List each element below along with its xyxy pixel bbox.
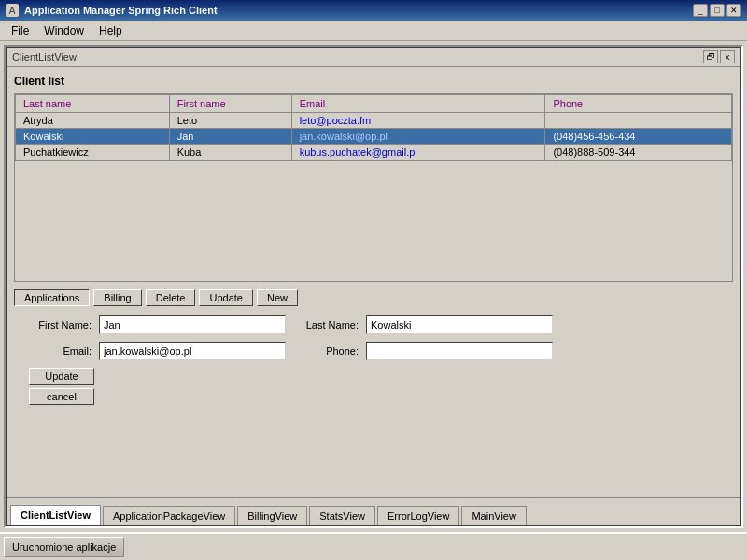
applications-button[interactable]: Applications xyxy=(14,289,90,306)
bottom-tabs: ClientListViewApplicationPackageViewBill… xyxy=(7,497,740,525)
close-button[interactable]: ✕ xyxy=(726,4,741,17)
inner-close-button[interactable]: x xyxy=(720,50,735,63)
last-name-label: Last Name: xyxy=(293,319,359,330)
col-firstname: First name xyxy=(169,95,291,113)
cell-email: jan.kowalski@op.pl xyxy=(291,129,545,145)
col-phone: Phone xyxy=(545,95,732,113)
tab-mainview[interactable]: MainView xyxy=(461,506,527,525)
table-scroll-area[interactable]: Last name First name Email Phone Atryda … xyxy=(15,94,732,281)
main-area: ClientListView 🗗 x Client list Last na xyxy=(0,41,747,532)
minimize-button[interactable]: _ xyxy=(693,4,708,17)
menu-file[interactable]: File xyxy=(4,22,36,39)
action-buttons: Applications Billing Delete Update New xyxy=(14,289,733,306)
inner-title-controls: 🗗 x xyxy=(703,50,735,63)
form-row-contact: Email: Phone: xyxy=(21,342,726,360)
cell-email: kubus.puchatek@gmail.pl xyxy=(291,145,545,161)
window-controls: _ □ ✕ xyxy=(693,4,741,17)
form-actions: Update cancel xyxy=(29,368,726,405)
cell-firstname: Kuba xyxy=(169,145,291,161)
cancel-button[interactable]: cancel xyxy=(29,388,94,405)
first-name-label: First Name: xyxy=(21,319,92,330)
phone-input[interactable] xyxy=(366,342,553,360)
client-list-title: Client list xyxy=(14,75,733,88)
table-row[interactable]: Puchatkiewicz Kuba kubus.puchatek@gmail.… xyxy=(16,145,732,161)
client-table: Last name First name Email Phone Atryda … xyxy=(15,94,732,161)
cell-lastname: Atryda xyxy=(16,113,170,129)
cell-email: leto@poczta.fm xyxy=(291,113,545,129)
table-row[interactable]: Atryda Leto leto@poczta.fm xyxy=(16,113,732,129)
cell-firstname: Leto xyxy=(169,113,291,129)
menu-bar: File Window Help xyxy=(0,21,747,41)
phone-label: Phone: xyxy=(293,345,359,357)
cell-phone: (048)456-456-434 xyxy=(545,129,732,145)
cell-phone: (048)888-509-344 xyxy=(545,145,732,161)
tab-errorlogview[interactable]: ErrorLogView xyxy=(377,506,459,525)
tab-statsview[interactable]: StatsView xyxy=(309,506,375,525)
cell-firstname: Jan xyxy=(169,129,291,145)
tab-clientlistview[interactable]: ClientListView xyxy=(10,505,101,525)
table-row[interactable]: Kowalski Jan jan.kowalski@op.pl (048)456… xyxy=(16,129,732,145)
update-button[interactable]: Update xyxy=(29,368,94,385)
client-table-container: Last name First name Email Phone Atryda … xyxy=(14,93,733,282)
last-name-input[interactable] xyxy=(366,315,553,334)
email-label: Email: xyxy=(21,345,92,357)
title-bar: A Application Manager Spring Rich Client… xyxy=(0,0,747,21)
tab-billingview[interactable]: BillingView xyxy=(237,506,307,525)
tab-applicationpackageview[interactable]: ApplicationPackageView xyxy=(103,506,235,525)
maximize-button[interactable]: □ xyxy=(710,4,725,17)
inner-window: ClientListView 🗗 x Client list Last na xyxy=(4,45,743,528)
window-title: Application Manager Spring Rich Client xyxy=(24,5,218,16)
content-panel: Client list Last name First name Email P… xyxy=(7,67,740,413)
form-row-name: First Name: Last Name: xyxy=(21,315,726,334)
inner-window-border: ClientListView 🗗 x Client list Last na xyxy=(6,47,741,526)
first-name-input[interactable] xyxy=(99,315,286,334)
new-button[interactable]: New xyxy=(257,289,298,306)
update-button-toolbar[interactable]: Update xyxy=(199,289,252,306)
cell-lastname: Puchatkiewicz xyxy=(16,145,170,161)
taskbar-running-apps[interactable]: Uruchomione aplikacje xyxy=(4,537,124,557)
inner-restore-button[interactable]: 🗗 xyxy=(703,50,718,63)
menu-window[interactable]: Window xyxy=(36,22,92,39)
delete-button[interactable]: Delete xyxy=(146,289,196,306)
email-input[interactable] xyxy=(99,342,286,360)
taskbar: Uruchomione aplikacje xyxy=(0,532,747,560)
form-section: First Name: Last Name: Email: Phone: Upd… xyxy=(14,315,733,405)
cell-phone xyxy=(545,113,732,129)
cell-lastname: Kowalski xyxy=(16,129,170,145)
inner-title-bar: ClientListView 🗗 x xyxy=(7,48,740,67)
app-icon: A xyxy=(6,4,19,17)
menu-help[interactable]: Help xyxy=(92,22,130,39)
inner-window-title: ClientListView xyxy=(12,51,77,63)
col-lastname: Last name xyxy=(16,95,170,113)
col-email: Email xyxy=(291,95,545,113)
billing-button[interactable]: Billing xyxy=(93,289,141,306)
